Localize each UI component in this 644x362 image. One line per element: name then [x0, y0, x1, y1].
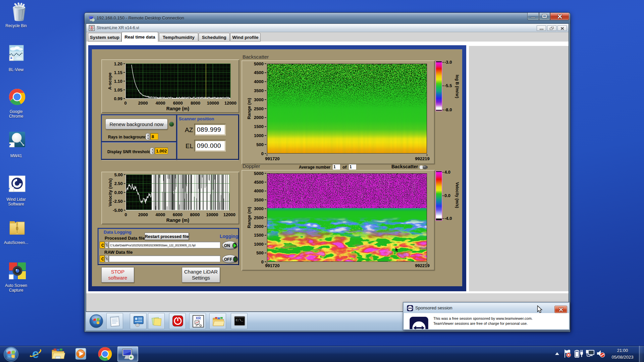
svg-text:992219: 992219 [415, 263, 429, 268]
svg-text:4000: 4000 [156, 212, 165, 217]
svg-text:XR: XR [196, 316, 201, 320]
svg-text:Velocity (m/s): Velocity (m/s) [455, 182, 460, 208]
svg-text:-8.0: -8.0 [444, 107, 452, 112]
svg-text:-5.00: -5.00 [113, 208, 123, 213]
svg-text:3500: 3500 [254, 88, 264, 93]
svg-text:2000: 2000 [138, 101, 148, 106]
svg-text:4000: 4000 [254, 188, 264, 193]
svg-text:1.20: 1.20 [114, 61, 122, 66]
svg-text:4.0: 4.0 [444, 170, 450, 175]
svg-text:500: 500 [256, 142, 264, 147]
svg-text:5000: 5000 [254, 61, 264, 66]
svg-text:3500: 3500 [254, 197, 264, 202]
svg-text:2.50: 2.50 [114, 181, 123, 186]
svg-text:0.00: 0.00 [114, 190, 123, 195]
svg-text:6000: 6000 [173, 101, 183, 106]
svg-text:1.10: 1.10 [114, 79, 122, 84]
svg-text:0: 0 [124, 212, 127, 217]
svg-text:0.99: 0.99 [114, 96, 122, 101]
svg-text:10000: 10000 [206, 212, 218, 217]
svg-text:0: 0 [261, 259, 264, 264]
svg-text:5.00: 5.00 [114, 172, 123, 177]
svg-text:1.15: 1.15 [114, 70, 122, 75]
svg-text:-5.5: -5.5 [444, 83, 452, 88]
svg-text:0.0: 0.0 [444, 193, 450, 198]
svg-text:-2.50: -2.50 [113, 199, 123, 204]
svg-text:log B (/m/sr): log B (/m/sr) [455, 75, 460, 98]
svg-text:2000: 2000 [138, 212, 148, 217]
svg-text:992219: 992219 [415, 156, 429, 161]
svg-text:Range (m): Range (m) [247, 98, 252, 119]
svg-text:3000: 3000 [254, 97, 264, 102]
svg-text:Range (m): Range (m) [166, 218, 189, 223]
svg-text:4000: 4000 [254, 79, 264, 84]
svg-text:4000: 4000 [156, 101, 165, 106]
svg-text:1500: 1500 [254, 233, 264, 238]
svg-text:1500: 1500 [254, 124, 264, 129]
svg-text:991720: 991720 [265, 263, 279, 268]
svg-text:8000: 8000 [190, 212, 200, 217]
svg-text:8000: 8000 [191, 101, 200, 106]
svg-text:1000: 1000 [254, 133, 264, 138]
svg-text:2500: 2500 [254, 215, 264, 220]
svg-text:Velocity (m/s): Velocity (m/s) [108, 178, 113, 206]
svg-text:A-scope: A-scope [107, 72, 112, 89]
svg-text:500: 500 [256, 250, 264, 255]
svg-text:6000: 6000 [173, 212, 182, 217]
svg-text:2000: 2000 [254, 115, 264, 120]
svg-text:12000: 12000 [224, 101, 236, 106]
svg-text:e: e [32, 347, 39, 361]
svg-text:991720: 991720 [265, 156, 279, 161]
svg-text:-4.0: -4.0 [444, 216, 452, 221]
svg-text:1000: 1000 [254, 242, 264, 247]
svg-text:Range (m): Range (m) [247, 207, 252, 228]
svg-text:12000: 12000 [223, 212, 235, 217]
svg-text:4500: 4500 [254, 180, 264, 185]
svg-text:2500: 2500 [254, 106, 264, 111]
svg-text:1.05: 1.05 [114, 87, 122, 93]
svg-text:Range (m): Range (m) [166, 106, 189, 111]
svg-text:-3.0: -3.0 [444, 60, 452, 65]
svg-text:10000: 10000 [207, 101, 219, 106]
svg-text:5000: 5000 [254, 171, 264, 176]
svg-text:4500: 4500 [254, 70, 264, 75]
svg-text:3000: 3000 [254, 206, 264, 211]
svg-text:0: 0 [261, 151, 264, 156]
svg-text:2000: 2000 [254, 224, 264, 229]
svg-text:0: 0 [124, 101, 126, 106]
svg-text:C:\_: C:\_ [236, 319, 243, 322]
